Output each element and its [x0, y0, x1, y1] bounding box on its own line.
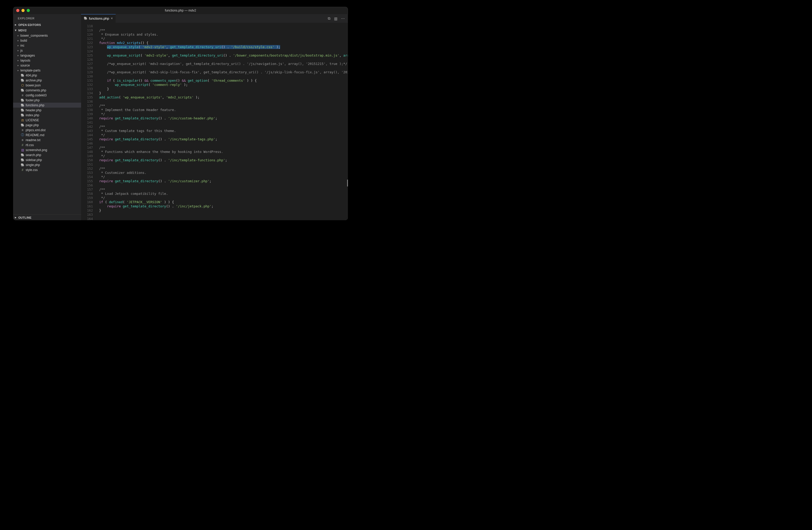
file-item[interactable]: 🐘page.php	[13, 123, 81, 127]
vscode-window: functions.php — mdv2 EXPLORER ▸ OPEN EDI…	[13, 7, 348, 220]
folder-label: source	[20, 64, 30, 67]
file-icon: #	[20, 143, 25, 147]
overview-ruler[interactable]	[347, 23, 348, 220]
chevron-right-icon: ▸	[17, 64, 19, 67]
folder-label: inc	[20, 44, 24, 47]
chevron-right-icon: ▸	[14, 23, 17, 26]
main-body: EXPLORER ▸ OPEN EDITORS ▾ MDV2 ▸bower_co…	[13, 14, 348, 220]
folder-item[interactable]: ▸build	[13, 38, 81, 43]
file-item[interactable]: 🐘404.php	[13, 73, 81, 78]
chevron-down-icon: ▾	[14, 29, 17, 32]
file-item[interactable]: 🐘comments.php	[13, 88, 81, 93]
file-item[interactable]: #style.css	[13, 167, 81, 172]
file-label: functions.php	[26, 103, 44, 107]
php-file-icon: 🐘	[84, 16, 87, 20]
traffic-lights	[16, 9, 30, 12]
file-icon: 🐘	[20, 108, 25, 112]
file-label: README.md	[26, 133, 44, 137]
chevron-right-icon: ▸	[14, 216, 17, 219]
folder-label: bower_components	[20, 34, 48, 38]
file-label: 404.php	[26, 73, 37, 77]
file-item[interactable]: 🐘archive.php	[13, 78, 81, 83]
file-tree: ▸bower_components▸build▸inc▸js▸languages…	[13, 33, 81, 214]
file-item[interactable]: ▧screenshot.png	[13, 148, 81, 152]
file-item[interactable]: ≡readme.txt	[13, 138, 81, 142]
chevron-right-icon: ▸	[17, 34, 19, 37]
file-label: rtl.css	[26, 143, 34, 147]
folder-item[interactable]: ▸inc	[13, 43, 81, 48]
chevron-right-icon: ▸	[17, 44, 19, 47]
line-number-gutter: 1181191201211221231241251261271281291301…	[81, 23, 96, 220]
folder-label: languages	[20, 54, 35, 57]
file-label: config.codekit3	[26, 94, 46, 97]
close-tab-icon[interactable]: ×	[111, 16, 113, 20]
file-label: archive.php	[26, 79, 42, 82]
folder-item[interactable]: ▸source	[13, 63, 81, 68]
folder-label: template-parts	[20, 69, 41, 72]
folder-item[interactable]: ▸layouts	[13, 58, 81, 63]
file-icon: 🐘	[20, 153, 25, 157]
maximize-window-button[interactable]	[27, 9, 30, 12]
file-item[interactable]: 🐘sidebar.php	[13, 157, 81, 162]
file-item[interactable]: 🐘footer.php	[13, 98, 81, 103]
file-item[interactable]: 🐘single.php	[13, 162, 81, 167]
folder-item[interactable]: ▸bower_components	[13, 33, 81, 38]
file-item[interactable]: ≡phpcs.xml.dist	[13, 127, 81, 132]
folder-item[interactable]: ▸js	[13, 48, 81, 53]
editor-actions: ⧉ ▥ ⋯	[325, 14, 348, 23]
file-label: single.php	[26, 163, 40, 167]
file-item[interactable]: 🐘functions.php	[13, 103, 81, 108]
folder-label: build	[20, 39, 27, 42]
window-title: functions.php — mdv2	[13, 9, 348, 12]
outline-label: OUTLINE	[18, 216, 31, 219]
chevron-right-icon: ▸	[17, 69, 19, 72]
file-icon: ⓘ	[20, 133, 25, 137]
file-icon: 🐘	[20, 79, 25, 82]
chevron-right-icon: ▸	[17, 49, 19, 52]
code-editor[interactable]: 1181191201211221231241251261271281291301…	[81, 23, 348, 220]
chevron-right-icon: ▸	[17, 54, 19, 57]
project-name-label: MDV2	[18, 29, 27, 32]
file-label: phpcs.xml.dist	[26, 128, 45, 132]
file-label: footer.php	[26, 98, 40, 102]
titlebar: functions.php — mdv2	[13, 7, 348, 14]
file-item[interactable]: 🐘index.php	[13, 113, 81, 117]
open-editors-label: OPEN EDITORS	[18, 23, 41, 26]
project-section[interactable]: ▾ MDV2	[13, 28, 81, 33]
file-item[interactable]: #rtl.css	[13, 142, 81, 148]
file-icon: 🐘	[20, 88, 25, 92]
file-icon: 🐘	[20, 73, 25, 77]
editor-area: 🐘 functions.php × ⧉ ▥ ⋯ 1181191201211221…	[81, 14, 348, 220]
file-item[interactable]: 🐘header.php	[13, 108, 81, 113]
explorer-sidebar: EXPLORER ▸ OPEN EDITORS ▾ MDV2 ▸bower_co…	[13, 14, 81, 220]
file-icon: 🐘	[20, 158, 25, 162]
close-window-button[interactable]	[16, 9, 19, 12]
chevron-right-icon: ▸	[17, 59, 19, 62]
compare-changes-icon[interactable]: ⧉	[328, 16, 330, 21]
file-icon: 🐘	[20, 163, 25, 167]
chevron-right-icon: ▸	[17, 39, 19, 42]
file-label: bower.json	[26, 84, 41, 87]
file-label: style.css	[26, 168, 38, 172]
file-item[interactable]: 🐘search.php	[13, 152, 81, 157]
folder-item[interactable]: ▸languages	[13, 53, 81, 58]
file-icon: 🐘	[20, 123, 25, 127]
folder-item[interactable]: ▸template-parts	[13, 68, 81, 73]
file-icon: #	[20, 168, 25, 172]
file-icon: 🐘	[20, 113, 25, 117]
file-item[interactable]: ⓘREADME.md	[13, 132, 81, 138]
folder-label: js	[20, 49, 23, 52]
file-item[interactable]: ⬡bower.json	[13, 83, 81, 88]
open-editors-section[interactable]: ▸ OPEN EDITORS	[13, 22, 81, 28]
more-actions-icon[interactable]: ⋯	[341, 16, 345, 21]
file-item[interactable]: ⚖LICENSE	[13, 117, 81, 123]
file-icon: ▧	[20, 148, 25, 152]
minimize-window-button[interactable]	[21, 9, 25, 12]
split-editor-icon[interactable]: ▥	[334, 16, 337, 21]
folder-label: layouts	[20, 59, 30, 62]
tab-functions-php[interactable]: 🐘 functions.php ×	[81, 14, 116, 23]
file-icon: ≡	[20, 138, 25, 142]
code-lines[interactable]: /** * Enqueue scripts and styles. */func…	[96, 23, 348, 220]
file-item[interactable]: ≡config.codekit3	[13, 93, 81, 98]
outline-section[interactable]: ▸ OUTLINE	[13, 214, 81, 220]
